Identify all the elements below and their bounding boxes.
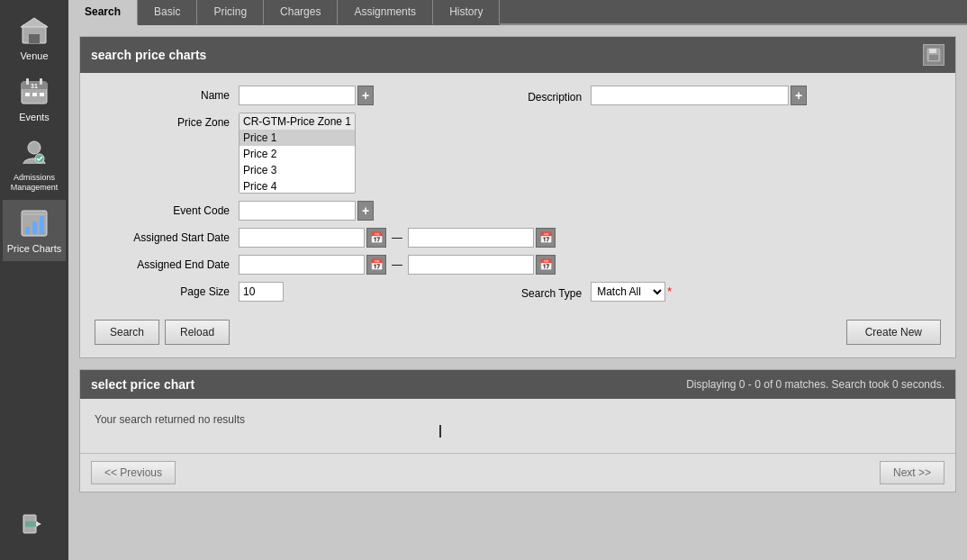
desc-field-wrapper: + <box>591 86 807 105</box>
price-zone-field-wrapper: CR-GTM-Price Zone 1 Price 1 Price 2 Pric… <box>239 113 356 194</box>
sidebar-item-events[interactable]: 31 Events <box>3 68 66 130</box>
search-panel-title: search price charts <box>91 48 206 62</box>
svg-rect-6 <box>40 78 42 85</box>
desc-add-btn[interactable]: + <box>791 86 807 105</box>
sidebar-item-exit[interactable] <box>3 501 66 551</box>
description-label: Description <box>501 87 591 104</box>
svg-rect-8 <box>32 93 37 96</box>
price-charts-icon <box>18 207 50 239</box>
end-date-to-calendar-btn[interactable]: 📅 <box>536 255 556 275</box>
tab-basic[interactable]: Basic <box>138 0 197 25</box>
price-zone-label: Price Zone <box>95 113 239 129</box>
form-row-event-code: Event Code + <box>95 201 941 221</box>
svg-rect-1 <box>29 34 40 43</box>
form-row-start-date: Assigned Start Date 📅 — 📅 <box>95 228 941 248</box>
results-panel-header: select price chart Displaying 0 - 0 of 0… <box>80 370 955 399</box>
search-button[interactable]: Search <box>95 320 159 345</box>
svg-rect-15 <box>32 221 37 234</box>
form-row-page-size: Page Size Search Type Match All Match An… <box>95 282 941 302</box>
name-input[interactable] <box>239 86 356 105</box>
name-label: Name <box>95 86 239 102</box>
end-date-to-input[interactable] <box>408 255 534 275</box>
page-size-input[interactable] <box>239 282 284 302</box>
price-zone-option-3[interactable]: Price 3 <box>239 162 355 178</box>
svg-rect-22 <box>929 49 936 53</box>
tab-assignments[interactable]: Assignments <box>338 0 433 25</box>
start-date-from-input[interactable] <box>239 228 365 248</box>
start-date-to-calendar-btn[interactable]: 📅 <box>536 228 556 248</box>
tab-bar: Search Basic Pricing Charges Assignments… <box>68 0 967 25</box>
price-zone-option-1[interactable]: Price 1 <box>239 130 355 146</box>
pagination-row: << Previous Next >> <box>80 453 955 492</box>
no-results-message: Your search returned no results <box>80 399 955 453</box>
panel-save-icon[interactable] <box>923 44 944 66</box>
svg-rect-19 <box>25 521 38 527</box>
svg-rect-9 <box>40 93 44 96</box>
form-row-end-date: Assigned End Date 📅 — 📅 <box>95 255 941 275</box>
start-date-to-input[interactable] <box>408 228 534 248</box>
desc-field-col: Description + <box>501 86 941 105</box>
assigned-end-date-label: Assigned End Date <box>95 255 239 271</box>
svg-rect-23 <box>929 55 938 60</box>
reload-button[interactable]: Reload <box>165 320 230 345</box>
start-date-from-calendar-btn[interactable]: 📅 <box>366 228 386 248</box>
sidebar-item-price-charts[interactable]: Price Charts <box>3 200 66 261</box>
end-date-from-calendar-btn[interactable]: 📅 <box>366 255 386 275</box>
search-type-field-wrapper: Match All Match Any * <box>591 282 672 302</box>
previous-button[interactable]: << Previous <box>91 461 176 484</box>
results-panel-title: select price chart <box>91 377 194 392</box>
main-content: Search Basic Pricing Charges Assignments… <box>68 0 967 560</box>
end-date-field-wrapper: 📅 — 📅 <box>239 255 556 275</box>
search-panel-header: search price charts <box>80 37 955 73</box>
tab-pricing[interactable]: Pricing <box>197 0 264 25</box>
price-zone-select[interactable]: CR-GTM-Price Zone 1 Price 1 Price 2 Pric… <box>239 113 356 194</box>
svg-marker-2 <box>21 18 48 27</box>
end-date-dash: — <box>388 258 406 271</box>
price-zone-col: Price Zone CR-GTM-Price Zone 1 Price 1 P… <box>95 113 501 194</box>
search-type-select[interactable]: Match All Match Any <box>591 282 665 302</box>
sidebar-item-admissions[interactable]: Admissions Management <box>3 130 66 200</box>
price-charts-label: Price Charts <box>7 243 62 254</box>
search-panel: search price charts Name <box>79 36 956 358</box>
event-code-input[interactable] <box>239 201 356 221</box>
results-status: Displaying 0 - 0 of 0 matches. Search to… <box>686 378 944 391</box>
event-code-col: Event Code + <box>95 201 501 221</box>
page-size-label: Page Size <box>95 282 239 298</box>
price-zone-option-2[interactable]: Price 2 <box>239 146 355 162</box>
no-results-text: Your search returned no results <box>95 413 245 426</box>
tab-search[interactable]: Search <box>68 0 138 25</box>
form-row-price-zone: Price Zone CR-GTM-Price Zone 1 Price 1 P… <box>95 113 941 194</box>
create-new-button[interactable]: Create New <box>846 320 941 345</box>
assigned-start-date-label: Assigned Start Date <box>95 228 239 244</box>
name-field-wrapper: + <box>239 86 374 105</box>
form-row-name-desc: Name + Description + <box>95 86 941 105</box>
start-date-col: Assigned Start Date 📅 — 📅 <box>95 228 501 248</box>
next-button[interactable]: Next >> <box>880 461 944 484</box>
description-input[interactable] <box>591 86 789 105</box>
price-zone-option-0[interactable]: CR-GTM-Price Zone 1 <box>239 113 355 130</box>
price-zone-option-4[interactable]: Price 4 <box>239 178 355 194</box>
venue-icon <box>18 14 50 47</box>
end-date-from-input[interactable] <box>239 255 365 275</box>
results-panel: select price chart Displaying 0 - 0 of 0… <box>79 369 956 492</box>
admissions-icon <box>18 137 50 169</box>
event-code-add-btn[interactable]: + <box>357 201 374 221</box>
exit-icon <box>18 508 50 540</box>
tab-charges[interactable]: Charges <box>264 0 338 25</box>
page-size-field-wrapper <box>239 282 284 302</box>
left-buttons: Search Reload <box>95 320 230 345</box>
svg-text:31: 31 <box>31 83 38 89</box>
name-add-btn[interactable]: + <box>357 86 374 105</box>
start-date-dash: — <box>388 231 406 244</box>
sidebar-item-venue[interactable]: Venue <box>3 7 66 68</box>
tab-history[interactable]: History <box>433 0 500 25</box>
page-size-col: Page Size <box>95 282 501 302</box>
start-date-field-wrapper: 📅 — 📅 <box>239 228 556 248</box>
search-type-label: Search Type <box>501 284 591 300</box>
svg-rect-14 <box>25 227 30 234</box>
admissions-label: Admissions Management <box>6 173 62 193</box>
event-code-label: Event Code <box>95 201 239 217</box>
svg-rect-7 <box>25 93 30 96</box>
sidebar: Venue 31 Events Admissi <box>0 0 68 560</box>
name-field-col: Name + <box>95 86 501 105</box>
